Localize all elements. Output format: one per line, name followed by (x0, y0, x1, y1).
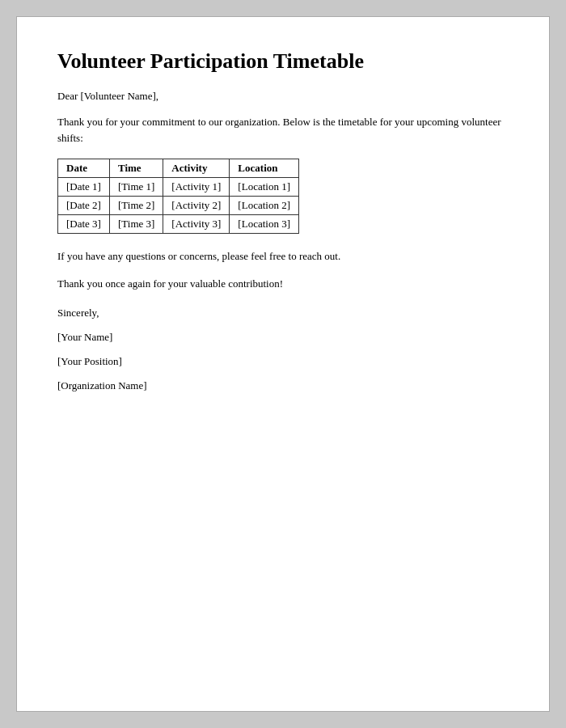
table-cell-r2-c0: [Date 3] (58, 215, 110, 234)
thanks-paragraph: Thank you once again for your valuable c… (57, 276, 509, 292)
col-header-time: Time (109, 159, 163, 178)
document-page: Volunteer Participation Timetable Dear [… (16, 16, 550, 712)
table-cell-r0-c1: [Time 1] (109, 178, 163, 197)
table-cell-r1-c3: [Location 2] (230, 197, 299, 215)
table-row: [Date 3][Time 3][Activity 3][Location 3] (58, 215, 299, 234)
table-cell-r1-c0: [Date 2] (58, 197, 110, 215)
salutation: Dear [Volunteer Name], (57, 90, 509, 103)
table-cell-r0-c2: [Activity 1] (163, 178, 230, 197)
table-cell-r2-c3: [Location 3] (230, 215, 299, 234)
document-title: Volunteer Participation Timetable (57, 49, 509, 74)
closing-organization: [Organization Name] (57, 375, 509, 396)
col-header-location: Location (230, 159, 299, 178)
col-header-date: Date (58, 159, 110, 178)
table-cell-r1-c1: [Time 2] (109, 197, 163, 215)
questions-paragraph: If you have any questions or concerns, p… (57, 248, 509, 265)
table-cell-r0-c3: [Location 1] (230, 178, 299, 197)
col-header-activity: Activity (163, 159, 230, 178)
closing-block: Sincerely, [Your Name] [Your Position] [… (57, 303, 509, 396)
table-cell-r0-c0: [Date 1] (58, 178, 110, 197)
closing-position: [Your Position] (57, 351, 509, 372)
schedule-table: Date Time Activity Location [Date 1][Tim… (57, 159, 299, 234)
closing-name: [Your Name] (57, 327, 509, 348)
table-cell-r1-c2: [Activity 2] (163, 197, 230, 215)
table-row: [Date 1][Time 1][Activity 1][Location 1] (58, 178, 299, 197)
closing-word: Sincerely, (57, 303, 509, 324)
table-cell-r2-c1: [Time 3] (109, 215, 163, 234)
table-cell-r2-c2: [Activity 3] (163, 215, 230, 234)
intro-paragraph: Thank you for your commitment to our org… (57, 114, 509, 146)
table-row: [Date 2][Time 2][Activity 2][Location 2] (58, 197, 299, 215)
